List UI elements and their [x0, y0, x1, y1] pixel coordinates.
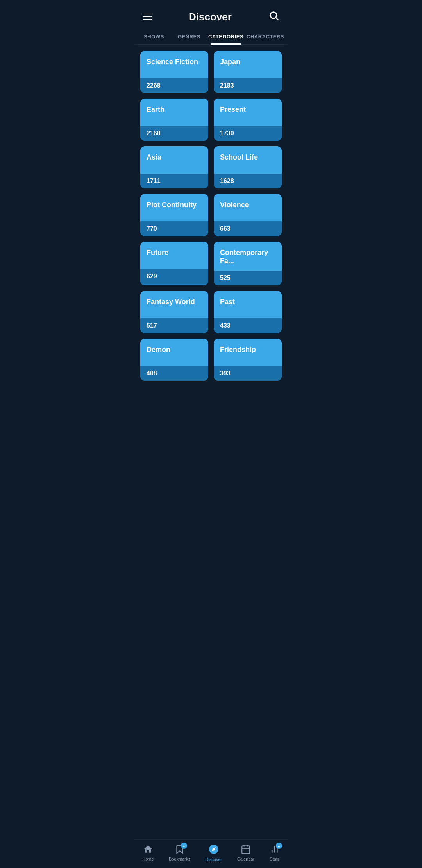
tab-bar: SHOWS GENRES CATEGORIES CHARACTERS — [135, 28, 287, 45]
category-card-friendship[interactable]: Friendship 393 — [214, 339, 282, 381]
status-bar — [135, 0, 287, 4]
category-card-fantasy-world[interactable]: Fantasy World 517 — [140, 291, 208, 333]
tab-genres[interactable]: GENRES — [172, 28, 207, 44]
page-title: Discover — [189, 11, 232, 23]
search-button[interactable] — [268, 10, 279, 23]
category-card-earth[interactable]: Earth 2160 — [140, 99, 208, 141]
category-count: 408 — [140, 366, 208, 381]
category-count: 433 — [214, 318, 282, 333]
category-count: 629 — [140, 269, 208, 284]
category-card-school-life[interactable]: School Life 1628 — [214, 146, 282, 188]
category-card-demon[interactable]: Demon 408 — [140, 339, 208, 381]
category-count: 2160 — [140, 126, 208, 141]
category-name: Fantasy World — [140, 291, 208, 318]
category-name: Contemporary Fa... — [214, 242, 282, 271]
category-name: Asia — [140, 146, 208, 174]
category-card-science-fiction[interactable]: Science Fiction 2268 — [140, 51, 208, 93]
category-name: Violence — [214, 194, 282, 221]
category-card-contemporary-fa[interactable]: Contemporary Fa... 525 — [214, 242, 282, 285]
category-card-japan[interactable]: Japan 2183 — [214, 51, 282, 93]
category-name: Friendship — [214, 339, 282, 366]
category-count: 770 — [140, 221, 208, 236]
header: Discover — [135, 4, 287, 28]
category-card-present[interactable]: Present 1730 — [214, 99, 282, 141]
category-card-violence[interactable]: Violence 663 — [214, 194, 282, 236]
tab-categories[interactable]: CATEGORIES — [207, 28, 245, 44]
category-count: 393 — [214, 366, 282, 381]
svg-line-1 — [276, 18, 278, 20]
category-card-asia[interactable]: Asia 1711 — [140, 146, 208, 188]
category-name: Japan — [214, 51, 282, 78]
category-name: Earth — [140, 99, 208, 126]
category-count: 2183 — [214, 78, 282, 93]
tab-characters[interactable]: CHARACTERS — [245, 28, 286, 44]
category-count: 2268 — [140, 78, 208, 93]
tab-shows[interactable]: SHOWS — [136, 28, 172, 44]
category-card-past[interactable]: Past 433 — [214, 291, 282, 333]
categories-grid: Science Fiction 2268 Japan 2183 Earth 21… — [135, 45, 287, 387]
category-count: 1628 — [214, 174, 282, 188]
category-name: Plot Continuity — [140, 194, 208, 221]
scroll-area: Science Fiction 2268 Japan 2183 Earth 21… — [135, 45, 287, 434]
category-name: School Life — [214, 146, 282, 174]
category-name: Past — [214, 291, 282, 318]
category-name: Demon — [140, 339, 208, 366]
category-count: 1730 — [214, 126, 282, 141]
category-count: 1711 — [140, 174, 208, 188]
category-name: Science Fiction — [140, 51, 208, 78]
category-count: 663 — [214, 221, 282, 236]
category-card-plot-continuity[interactable]: Plot Continuity 770 — [140, 194, 208, 236]
hamburger-menu-button[interactable] — [143, 14, 152, 20]
category-count: 525 — [214, 271, 282, 285]
category-name: Future — [140, 242, 208, 269]
category-name: Present — [214, 99, 282, 126]
category-card-future[interactable]: Future 629 — [140, 242, 208, 285]
category-count: 517 — [140, 318, 208, 333]
